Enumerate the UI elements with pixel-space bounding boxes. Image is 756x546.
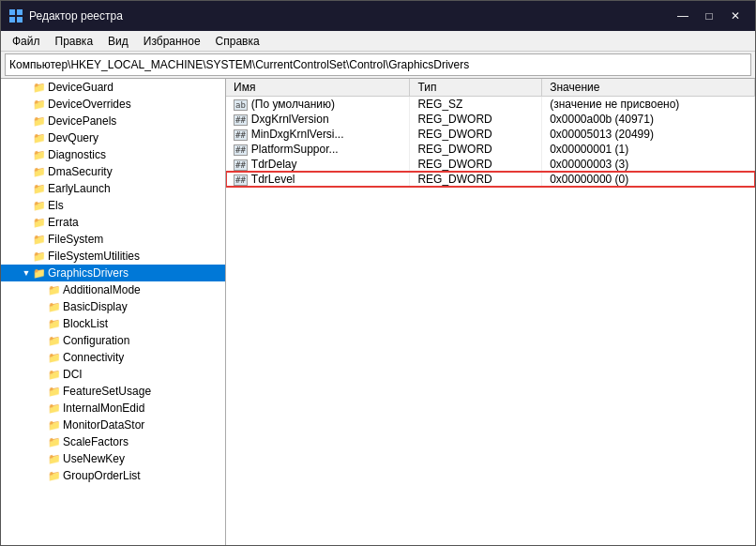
table-row[interactable]: ##PlatformSuppor...REG_DWORD0x00000001 (…	[226, 142, 755, 157]
tree-item[interactable]: 📁InternalMonEdid	[1, 400, 225, 417]
tree-expander	[20, 182, 33, 195]
folder-icon: 📁	[33, 199, 46, 212]
reg-type: REG_DWORD	[410, 172, 542, 187]
reg-value: 0x00000000 (0)	[542, 172, 755, 187]
reg-type: REG_DWORD	[410, 112, 542, 127]
tree-item-label: ScaleFactors	[63, 435, 129, 448]
table-row[interactable]: ##DxgKrnlVersionREG_DWORD0x0000a00b (409…	[226, 112, 755, 127]
folder-icon: 📁	[48, 351, 61, 364]
tree-item[interactable]: 📁FeatureSetUsage	[1, 383, 225, 400]
tree-item[interactable]: 📁DeviceGuard	[1, 79, 225, 96]
col-type: Тип	[410, 79, 542, 97]
tree-expander	[20, 148, 33, 161]
menu-edit[interactable]: Правка	[48, 33, 101, 50]
tree-item[interactable]: 📁MonitorDataStor	[1, 417, 225, 433]
folder-icon: 📁	[48, 334, 61, 347]
table-row[interactable]: ab(По умолчанию)REG_SZ(значение не присв…	[226, 97, 755, 113]
tree-item-label: DevQuery	[48, 131, 98, 144]
main-content: 📁DeviceGuard📁DeviceOverrides📁DevicePanel…	[1, 78, 755, 545]
window-title: Редактор реестра	[29, 9, 671, 23]
tree-item[interactable]: 📁EarlyLaunch	[1, 180, 225, 197]
tree-item[interactable]: 📁Diagnostics	[1, 146, 225, 163]
reg-value: 0x00005013 (20499)	[542, 127, 755, 142]
menu-help[interactable]: Справка	[208, 33, 267, 50]
tree-item-label: DeviceGuard	[48, 81, 113, 94]
tree-expander	[20, 81, 33, 94]
folder-icon: 📁	[48, 469, 61, 482]
tree-item[interactable]: 📁DeviceOverrides	[1, 96, 225, 113]
folder-icon: 📁	[33, 165, 46, 178]
folder-icon: 📁	[48, 317, 61, 330]
tree-item[interactable]: 📁BasicDisplay	[1, 298, 225, 315]
maximize-button[interactable]: □	[697, 7, 721, 25]
reg-type-icon: ab	[234, 99, 248, 111]
tree-expander	[35, 435, 48, 448]
tree-item[interactable]: ▼📁GraphicsDrivers	[1, 265, 225, 281]
tree-expander: ▼	[20, 266, 33, 280]
reg-type-icon: ##	[234, 144, 248, 156]
values-panel[interactable]: Имя Тип Значение ab(По умолчанию)REG_SZ(…	[226, 79, 755, 545]
tree-item[interactable]: 📁DmaSecurity	[1, 163, 225, 180]
tree-item[interactable]: 📁FileSystemUtilities	[1, 248, 225, 265]
table-row[interactable]: ##TdrDelayREG_DWORD0x00000003 (3)	[226, 157, 755, 172]
tree-item[interactable]: 📁Connectivity	[1, 349, 225, 366]
svg-rect-0	[9, 9, 15, 15]
svg-rect-1	[17, 9, 23, 15]
tree-item-label: FeatureSetUsage	[63, 385, 151, 398]
tree-item-label: AdditionalMode	[63, 283, 141, 296]
tree-expander	[35, 317, 48, 330]
reg-type: REG_DWORD	[410, 127, 542, 142]
reg-name: ab(По умолчанию)	[226, 97, 410, 113]
tree-item[interactable]: 📁Els	[1, 197, 225, 214]
tree-item-label: Diagnostics	[48, 148, 106, 161]
tree-expander	[35, 300, 48, 313]
close-button[interactable]: ✕	[723, 7, 748, 25]
tree-item[interactable]: 📁Errata	[1, 214, 225, 231]
tree-expander	[20, 216, 33, 229]
tree-item-label: EarlyLaunch	[48, 182, 111, 195]
tree-item-label: FileSystemUtilities	[48, 250, 140, 263]
menu-file[interactable]: Файл	[5, 33, 48, 50]
tree-item[interactable]: 📁AdditionalMode	[1, 281, 225, 298]
tree-item[interactable]: 📁GroupOrderList	[1, 467, 225, 484]
reg-type-icon: ##	[234, 114, 248, 126]
tree-item[interactable]: 📁UseNewKey	[1, 450, 225, 467]
tree-panel[interactable]: 📁DeviceGuard📁DeviceOverrides📁DevicePanel…	[1, 79, 226, 545]
table-row[interactable]: ##MinDxgKrnlVersi...REG_DWORD0x00005013 …	[226, 127, 755, 142]
tree-expander	[35, 334, 48, 347]
reg-type-icon: ##	[234, 159, 248, 171]
tree-item-label: Connectivity	[63, 351, 124, 364]
folder-icon: 📁	[33, 148, 46, 161]
table-row[interactable]: ##TdrLevelREG_DWORD0x00000000 (0)	[226, 172, 755, 187]
menu-favorites[interactable]: Избранное	[136, 33, 208, 50]
tree-expander	[35, 418, 48, 432]
tree-expander	[20, 98, 33, 111]
tree-expander	[35, 452, 48, 465]
reg-name: ##PlatformSuppor...	[226, 142, 410, 157]
title-bar: Редактор реестра — □ ✕	[1, 1, 755, 31]
address-bar: Компьютер\HKEY_LOCAL_MACHINE\SYSTEM\Curr…	[5, 53, 751, 76]
tree-item[interactable]: 📁BlockList	[1, 315, 225, 332]
reg-value: 0x00000003 (3)	[542, 157, 755, 172]
col-value: Значение	[542, 79, 755, 97]
tree-item[interactable]: 📁DCI	[1, 366, 225, 383]
tree-item[interactable]: 📁ScaleFactors	[1, 433, 225, 450]
folder-icon: 📁	[48, 283, 61, 296]
tree-expander	[20, 199, 33, 212]
reg-type-icon: ##	[234, 174, 248, 186]
tree-item[interactable]: 📁Configuration	[1, 332, 225, 349]
tree-item-label: InternalMonEdid	[63, 402, 144, 415]
reg-type: REG_SZ	[410, 97, 542, 113]
tree-expander	[35, 469, 48, 482]
tree-item[interactable]: 📁FileSystem	[1, 231, 225, 248]
tree-expander	[20, 233, 33, 246]
tree-item-label: UseNewKey	[63, 452, 125, 465]
folder-icon: 📁	[48, 452, 61, 465]
folder-icon: 📁	[48, 435, 61, 448]
tree-item[interactable]: 📁DevicePanels	[1, 113, 225, 129]
address-path: Компьютер\HKEY_LOCAL_MACHINE\SYSTEM\Curr…	[9, 58, 469, 71]
tree-item-label: GraphicsDrivers	[48, 266, 129, 280]
tree-item[interactable]: 📁DevQuery	[1, 129, 225, 146]
menu-view[interactable]: Вид	[100, 33, 136, 50]
minimize-button[interactable]: —	[671, 7, 695, 25]
